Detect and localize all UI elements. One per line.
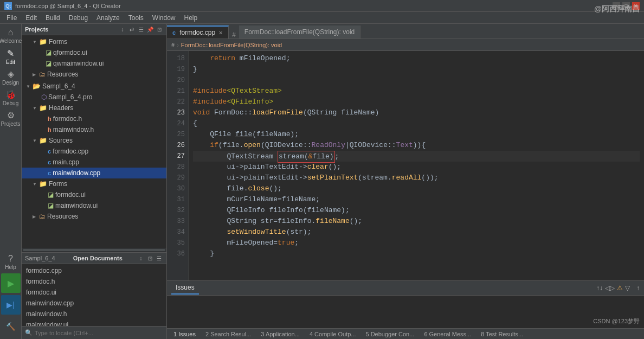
code-line-24: { <box>193 118 640 129</box>
window-controls: ─ □ ✕ <box>613 2 640 10</box>
bottom-tab-search[interactable]: 2 Search Resul... <box>201 329 255 339</box>
tree-item-main-cpp[interactable]: c main.cpp <box>22 157 166 168</box>
ln-33: 33 <box>167 216 188 227</box>
code-content[interactable]: return mFileOpened; } #include<QTextStre… <box>189 51 644 280</box>
issues-icons: ↑↓ ◁▷ ⚠ ▽ ↑ <box>596 284 640 292</box>
pin-icon[interactable]: 📌 <box>146 25 154 33</box>
open-doc-mainwindowh[interactable]: mainwindow.h <box>22 309 166 319</box>
menu-edit[interactable]: Edit <box>21 13 41 23</box>
stop-run-button[interactable]: 🔨 <box>1 317 21 336</box>
search-icon: 🔍 <box>25 329 33 336</box>
resources-icon: 🗂 <box>39 71 46 78</box>
tab-close-button[interactable]: ✕ <box>218 30 223 36</box>
tab-formdoccpp-label: formdoc.cpp <box>179 29 215 36</box>
menu-window[interactable]: Window <box>148 13 180 23</box>
tree-label-formdoccpp: formdoc.cpp <box>53 148 88 155</box>
minimize-button[interactable]: ─ <box>613 2 620 10</box>
issues-filter-icon[interactable]: ▽ <box>625 284 630 292</box>
sidebar-debug-button[interactable]: 🐞 Debug <box>1 88 21 107</box>
bottom-tab-compile[interactable]: 4 Compile Outp... <box>305 329 360 339</box>
tree-item-headers[interactable]: ▼ 📁 Headers <box>22 103 166 113</box>
open-docs-icon1[interactable]: ↕ <box>137 254 145 262</box>
tree-item-sampl64[interactable]: ▼ 📂 Sampl_6_4 <box>22 81 166 92</box>
tree-item-resources-top[interactable]: ▶ 🗂 Resources <box>22 69 166 80</box>
ln-19: 19 <box>167 64 188 75</box>
run-icon: ▶ <box>8 278 14 289</box>
menu-help[interactable]: Help <box>180 13 202 23</box>
sidebar-design-button[interactable]: ◈ Design <box>1 67 21 87</box>
tree-item-resources-bottom[interactable]: ▶ 🗂 Resources <box>22 211 166 222</box>
issues-tab-issues[interactable]: Issues <box>171 282 199 295</box>
run-button[interactable]: ▶ <box>1 273 21 293</box>
tree-item-mainwindow-cpp[interactable]: c mainwindow.cpp <box>22 168 166 178</box>
open-doc-mainwindowcpp[interactable]: mainwindow.cpp <box>22 298 166 309</box>
issues-collapse-icon[interactable]: ↑ <box>636 284 640 292</box>
ln-34: 34 <box>167 227 188 238</box>
open-doc-formdoch[interactable]: formdoc.h <box>22 276 166 287</box>
menu-analyze[interactable]: Analyze <box>92 13 124 23</box>
open-doc-formdoccpp[interactable]: formdoc.cpp <box>22 265 166 276</box>
search-input[interactable] <box>35 330 163 336</box>
tree-item-mainwindow-ui[interactable]: ◪ mainwindow.ui <box>22 200 166 211</box>
sources-folder-icon: 📁 <box>39 137 47 144</box>
issues-warning-icon[interactable]: ⚠ <box>617 284 623 292</box>
bottom-tab-app[interactable]: 3 Application... <box>256 329 304 339</box>
hammer-icon: 🔨 <box>6 322 15 331</box>
tab-formdoccpp[interactable]: c formdoc.cpp ✕ <box>167 25 229 39</box>
debug-icon: 🐞 <box>5 89 16 100</box>
tree-item-forms-bottom[interactable]: ▼ 📁 Forms <box>22 178 166 189</box>
open-doc-formdocui[interactable]: formdoc.ui <box>22 287 166 298</box>
tree-item-formdoc-ui[interactable]: ◪ formdoc.ui <box>22 189 166 200</box>
sidebar-help-button[interactable]: ? Help <box>1 252 21 272</box>
sync-icon[interactable]: ↕ <box>119 25 126 33</box>
code-line-32: QFileInfo fileInfo(fileName); <box>193 205 640 216</box>
code-line-29: ui->plainTextEdit->setPlainText(stream.r… <box>193 172 640 183</box>
code-line-23: void FormDoc::loadFromFile(QString fileN… <box>193 107 640 118</box>
tree-label-sources: Sources <box>49 137 73 144</box>
sidebar-projects-button[interactable]: ⚙ Projects <box>1 108 21 128</box>
line-numbers: 18 19 20 21 22 23 24 25 26 27 28 29 30 3… <box>167 51 189 280</box>
menu-build[interactable]: Build <box>41 13 65 23</box>
maximize-button[interactable]: □ <box>622 2 630 10</box>
bottom-tab-general[interactable]: 6 General Mess... <box>420 329 475 339</box>
menu-debug[interactable]: Debug <box>65 13 92 23</box>
open-docs-icon2[interactable]: ⊡ <box>146 254 154 262</box>
detach-icon[interactable]: ⊡ <box>156 25 163 33</box>
issues-arrow-icon[interactable]: ◁▷ <box>605 284 615 292</box>
filter-icon[interactable]: ⇄ <box>128 25 136 33</box>
issues-nav-icon[interactable]: ↑↓ <box>596 284 603 292</box>
bottom-tab-debugger[interactable]: 5 Debugger Con... <box>362 329 419 339</box>
ln-20: 20 <box>167 75 188 86</box>
ln-35: 35 <box>167 238 188 248</box>
code-line-19: } <box>193 64 640 75</box>
ln-25: 25 <box>167 129 188 140</box>
tree-item-formdoc-h[interactable]: h formdoc.h <box>22 113 166 124</box>
tree-item-sampl64pro[interactable]: ⬡ Sampl_6_4.pro <box>22 92 166 103</box>
tree-item-sources[interactable]: ▼ 📁 Sources <box>22 135 166 146</box>
close-button[interactable]: ✕ <box>632 2 640 10</box>
title-bar: Qt formdoc.cpp @ Sampl_6_4 - Qt Creator … <box>0 0 644 12</box>
tab-breadcrumb[interactable]: FormDoc::loadFromFile(QString): void <box>239 25 360 39</box>
bottom-tab-test[interactable]: 8 Test Results... <box>476 329 527 339</box>
projects-panel-header: Projects ↕ ⇄ ☰ 📌 ⊡ <box>22 24 166 35</box>
open-docs-icon3[interactable]: ☰ <box>156 254 163 262</box>
panel-close-icon[interactable]: ☰ <box>137 25 145 33</box>
tree-item-mainwindow-h[interactable]: h mainwindow.h <box>22 124 166 135</box>
tab-separator: # <box>229 31 239 39</box>
open-doc-mainwindowui[interactable]: mainwindow.ui <box>22 319 166 326</box>
menu-file[interactable]: File <box>2 13 21 23</box>
tree-item-qformdoc[interactable]: ◪ qformdoc.ui <box>22 47 166 58</box>
run-step-icon: ▶| <box>7 300 15 309</box>
open-documents-panel: Sampl_6_4 Open Documents ↕ ⊡ ☰ formdoc.c… <box>22 252 166 339</box>
sidebar-edit-button[interactable]: ✎ Edit <box>1 47 21 66</box>
run-step-button[interactable]: ▶| <box>1 295 21 315</box>
code-line-31: mCurFileName=fileName; <box>193 194 640 205</box>
tree-item-formdoc-cpp[interactable]: c formdoc.cpp <box>22 146 166 157</box>
menu-tools[interactable]: Tools <box>124 13 148 23</box>
tree-item-qwmain[interactable]: ◪ qwmainwindow.ui <box>22 58 166 69</box>
tab-cpp-icon: c <box>172 29 176 36</box>
bottom-tab-issues[interactable]: 1 Issues <box>169 329 200 339</box>
tree-item-forms-top[interactable]: ▼ 📁 Forms <box>22 36 166 47</box>
sidebar-welcome-button[interactable]: ⌂ Welcome <box>1 26 21 46</box>
tree-scrollbar[interactable] <box>22 248 166 252</box>
